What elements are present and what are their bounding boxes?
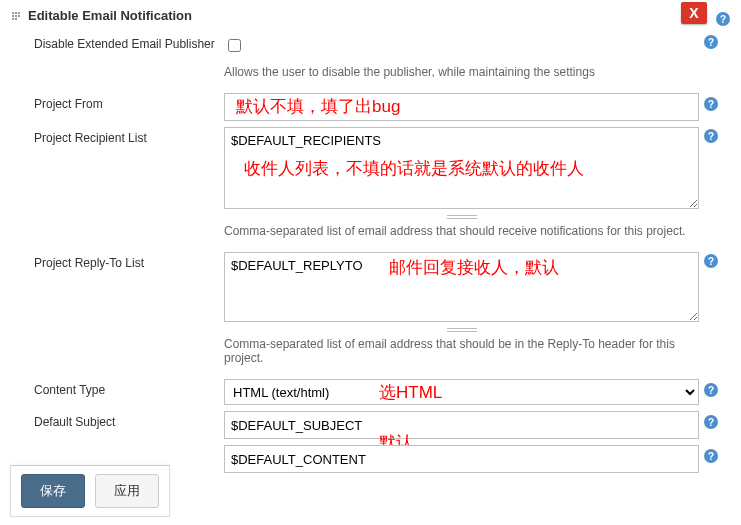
section-title: Editable Email Notification	[28, 8, 192, 23]
help-icon[interactable]: ?	[704, 97, 718, 111]
help-icon[interactable]: ?	[704, 383, 718, 397]
recipient-list-label: Project Recipient List	[12, 127, 224, 145]
recipient-list-textarea[interactable]	[224, 127, 699, 209]
disable-publisher-hint: Allows the user to disable the publisher…	[224, 65, 699, 79]
resize-grip[interactable]	[224, 214, 699, 220]
disable-publisher-label: Disable Extended Email Publisher	[12, 33, 224, 51]
help-icon[interactable]: ?	[704, 254, 718, 268]
content-type-label: Content Type	[12, 379, 224, 397]
footer-buttons: 保存 应用	[10, 465, 170, 517]
disable-publisher-checkbox[interactable]	[228, 39, 241, 52]
reply-to-label: Project Reply-To List	[12, 252, 224, 270]
project-from-input[interactable]	[224, 93, 699, 121]
reply-to-textarea[interactable]	[224, 252, 699, 322]
default-content-label	[12, 445, 224, 449]
help-icon[interactable]: ?	[704, 449, 718, 463]
drag-handle-icon[interactable]	[12, 10, 22, 22]
recipient-list-hint: Comma-separated list of email address th…	[224, 224, 699, 238]
help-icon[interactable]: ?	[704, 129, 718, 143]
save-button[interactable]: 保存	[21, 474, 85, 508]
apply-button[interactable]: 应用	[95, 474, 159, 508]
content-type-select[interactable]: HTML (text/html)	[224, 379, 699, 405]
reply-to-hint: Comma-separated list of email address th…	[224, 337, 699, 365]
default-subject-label: Default Subject	[12, 411, 224, 429]
default-content-input[interactable]	[224, 445, 699, 473]
project-from-label: Project From	[12, 93, 224, 111]
resize-grip[interactable]	[224, 327, 699, 333]
default-subject-input[interactable]	[224, 411, 699, 439]
help-icon[interactable]: ?	[704, 415, 718, 429]
help-icon[interactable]: ?	[704, 35, 718, 49]
